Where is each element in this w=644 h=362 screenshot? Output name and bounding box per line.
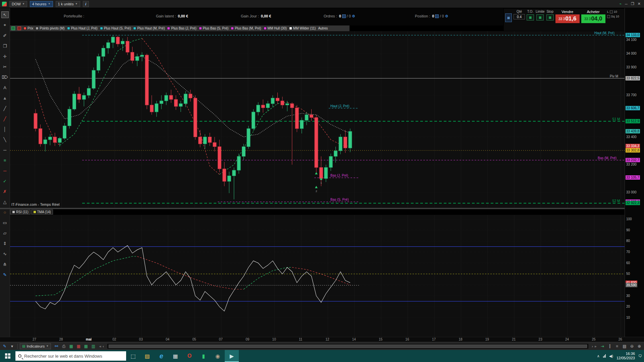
wave-icon[interactable]: ∿: [1, 250, 9, 257]
panel-green-icon[interactable]: [11, 26, 15, 30]
triangle-icon[interactable]: △: [1, 198, 9, 205]
parallel-lines-icon[interactable]: ≡: [1, 157, 9, 164]
sq-checkbox[interactable]: [607, 15, 610, 18]
instrument-dropdown[interactable]: DOW▼: [9, 1, 27, 7]
panel-splitter[interactable]: [0, 208, 644, 209]
buy-button[interactable]: 33 304,0: [581, 14, 605, 23]
trendline-red-icon[interactable]: ╱: [1, 115, 9, 122]
orders-list-icon[interactable]: [342, 14, 346, 18]
stop-button[interactable]: ▦: [546, 14, 554, 20]
grid-red-icon[interactable]: ▦: [75, 343, 82, 349]
mini-chart-icon[interactable]: ▥: [90, 343, 97, 349]
panel-red-icon[interactable]: [17, 26, 21, 30]
l-checkbox[interactable]: [610, 10, 613, 13]
pitchfork-icon[interactable]: ⋔: [1, 261, 9, 267]
indicateurs-button[interactable]: ▤ Indicateurs ▼: [20, 343, 51, 349]
scroll-right-arrow[interactable]: »: [594, 344, 597, 348]
ordres[interactable]: Ordres :0/ 0⚙: [324, 14, 355, 18]
taskbar-search[interactable]: Rechercher sur le web et dans Windows: [15, 351, 126, 361]
print-icon[interactable]: ⎙: [60, 343, 67, 349]
clock[interactable]: 16:36 12/05/2023: [616, 352, 635, 360]
qty-input[interactable]: [514, 14, 525, 19]
legend-item[interactable]: MM Wilder (11): [289, 26, 316, 30]
position-list-icon[interactable]: [435, 14, 439, 18]
zoom-in-icon[interactable]: ⊕: [636, 343, 643, 349]
maximize-icon[interactable]: ❐: [631, 2, 634, 6]
start-button[interactable]: [0, 350, 15, 362]
auto-scroll-icon[interactable]: ⇥: [599, 343, 606, 349]
media-app-icon[interactable]: ▶: [225, 350, 239, 362]
limite-button[interactable]: ▦: [536, 14, 544, 20]
info-button[interactable]: i: [83, 1, 89, 7]
level-red-icon[interactable]: ─: [1, 167, 9, 174]
network-icon[interactable]: [603, 354, 606, 358]
calendar-icon[interactable]: ▤: [621, 343, 628, 349]
color-picker-icon[interactable]: ▾: [9, 343, 15, 349]
to-button[interactable]: ▦: [527, 14, 534, 20]
delete-icon[interactable]: ⌦: [1, 74, 9, 80]
zoom-out-icon[interactable]: ⊖: [629, 343, 635, 349]
scroll-left-arrow[interactable]: «: [99, 344, 102, 348]
sell-button[interactable]: 33 301,6: [555, 14, 580, 23]
text-icon[interactable]: A: [1, 84, 9, 91]
trendline-icon[interactable]: ╱: [1, 105, 9, 112]
rsi-legend-item[interactable]: TMA (14): [31, 209, 53, 215]
price-axis[interactable]: 34 133,034 10034 00033 90033 822,533 700…: [625, 8, 644, 350]
legend-item[interactable]: Autres: [318, 26, 328, 30]
candlestick-chart[interactable]: Haut (M, Pré)Piv MHaut (J, Pré)S1 MBas (…: [10, 31, 625, 208]
move-icon[interactable]: ✛: [1, 53, 9, 60]
minimize-icon[interactable]: ─: [625, 2, 628, 6]
candle-style-icon[interactable]: ⫿: [606, 343, 613, 349]
notes-icon[interactable]: ▦: [168, 350, 182, 362]
price-chart[interactable]: Haut (M, Pré)Piv MHaut (J, Pré)S1 MBas (…: [10, 31, 625, 208]
gear-icon[interactable]: ⚙: [445, 14, 448, 18]
date-axis[interactable]: 2728mai020304050709101112141516171819212…: [0, 337, 644, 342]
scroll-right-arrow[interactable]: ›: [591, 344, 594, 348]
vertical-line-icon[interactable]: │: [1, 126, 9, 132]
units-dropdown[interactable]: 1 k unités▼: [56, 1, 80, 7]
legend-item[interactable]: Plus Haut (M, Pré): [133, 26, 165, 30]
link-icon[interactable]: ⌁: [619, 2, 622, 6]
channel-icon[interactable]: ▱: [1, 230, 9, 236]
cone-icon[interactable]: ▲: [1, 95, 9, 101]
gear-icon[interactable]: ⚙: [352, 14, 355, 18]
copy-icon[interactable]: ❐: [1, 43, 9, 49]
draw-tool-icon[interactable]: ✎: [1, 343, 8, 349]
validate-icon[interactable]: ✓: [1, 178, 9, 184]
scrollbar-thumb[interactable]: [109, 345, 587, 348]
legend-item[interactable]: Plus Haut (J, Pré): [67, 26, 98, 30]
rsi-chart[interactable]: [10, 215, 625, 337]
scroll-left-arrow[interactable]: ‹: [102, 344, 105, 348]
cursor-icon[interactable]: ↖: [1, 11, 9, 18]
legend-item[interactable]: MM Hull (30): [264, 26, 287, 30]
close-icon[interactable]: ✕: [638, 2, 641, 6]
explorer-icon[interactable]: ▨: [140, 350, 154, 362]
legend-item[interactable]: Points pivots (M): [36, 26, 64, 30]
opera-icon[interactable]: O: [182, 350, 197, 362]
edge-icon[interactable]: e: [154, 350, 168, 362]
legend-item[interactable]: Plus Haut (S, Pré): [100, 26, 131, 30]
measure-icon[interactable]: ✐: [1, 32, 9, 39]
segment-icon[interactable]: ╲: [1, 136, 9, 143]
legend-item[interactable]: Plus Bas (S, Pré): [199, 26, 229, 30]
rectangle-icon[interactable]: ▭: [1, 219, 9, 226]
rsi-panel[interactable]: [10, 215, 625, 337]
cancel-icon[interactable]: ✗: [1, 188, 9, 195]
cut-icon[interactable]: ✂: [1, 63, 9, 70]
timeframe-dropdown[interactable]: 4 heures▼: [30, 1, 53, 7]
ellipse-icon[interactable]: ○: [1, 209, 9, 216]
legend-item[interactable]: Plus Bas (M, Pré): [231, 26, 261, 30]
screenshot-icon[interactable]: ⌗: [614, 343, 621, 349]
volume-icon[interactable]: ◀): [609, 354, 613, 358]
rsi-legend-item[interactable]: RSI (11): [10, 209, 31, 215]
notifications-icon[interactable]: 🗨: [638, 354, 642, 358]
trading-app-icon[interactable]: ▮: [197, 350, 211, 362]
horizontal-line-icon[interactable]: ─: [1, 146, 9, 153]
grid-green-icon[interactable]: ▦: [68, 343, 74, 349]
tray-chevron-icon[interactable]: ∧: [597, 354, 600, 358]
grid-green2-icon[interactable]: ▦: [83, 343, 89, 349]
share-icon[interactable]: ⚯: [53, 343, 60, 349]
task-view-icon[interactable]: ⬚: [126, 350, 140, 362]
position[interactable]: Position :0/ 0⚙: [415, 14, 448, 18]
arrows-icon[interactable]: ⇕: [1, 240, 9, 247]
